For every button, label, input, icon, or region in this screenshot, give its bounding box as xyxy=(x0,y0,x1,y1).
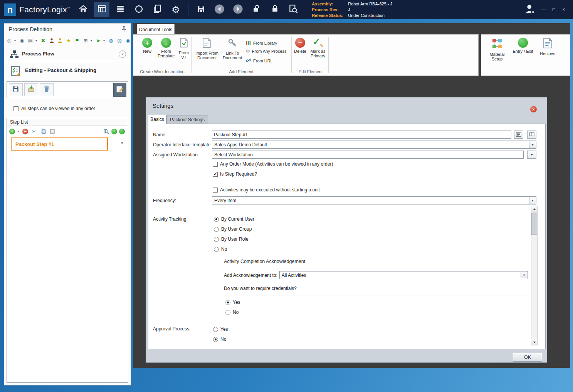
star-icon[interactable]: ★ xyxy=(65,37,72,44)
library-icon xyxy=(246,40,251,46)
from-library-button[interactable]: From Library xyxy=(246,40,277,46)
chevron-down-icon[interactable] xyxy=(529,141,536,148)
recipes-button[interactable]: Recipes xyxy=(538,38,558,56)
disc-icon[interactable]: ◍ xyxy=(108,37,114,44)
record-icon[interactable]: ◉ xyxy=(124,37,131,44)
radio-approval-no[interactable] xyxy=(213,337,218,342)
radio-by-user-role[interactable] xyxy=(214,237,219,242)
workstation-dropdown-button[interactable] xyxy=(527,151,536,159)
any-order-mode-checkbox[interactable] xyxy=(213,162,218,167)
tab-packout-settings[interactable]: Packout Settings xyxy=(166,116,208,124)
lock-button[interactable] xyxy=(267,2,282,17)
trash-icon xyxy=(43,85,50,94)
ring-icon[interactable]: ◎ xyxy=(116,37,123,44)
tab-basics[interactable]: Basics xyxy=(148,115,166,124)
workstation-input[interactable]: Select Workstation xyxy=(212,151,524,159)
document-search-button[interactable] xyxy=(286,2,301,17)
target-icon[interactable]: ◉ xyxy=(18,37,25,44)
user-button[interactable] xyxy=(522,2,538,17)
tree-icon[interactable]: ⊞ xyxy=(82,37,89,44)
from-any-process-button[interactable]: ⚙ From Any Process xyxy=(246,49,287,54)
translation-book-button[interactable] xyxy=(527,131,536,139)
scroll-thumb[interactable] xyxy=(531,213,537,235)
app-logo: n xyxy=(4,3,16,16)
cut-icon[interactable]: ✂ xyxy=(30,128,37,135)
delete-element-button[interactable]: − Delete xyxy=(292,38,308,54)
dialog-scrollbar[interactable] xyxy=(531,206,538,345)
paste-icon[interactable] xyxy=(49,128,56,135)
new-work-instruction-button[interactable]: + New xyxy=(139,38,156,54)
dropdown-icon[interactable]: ▾ xyxy=(35,39,38,42)
save-step-button[interactable] xyxy=(9,83,23,96)
chevron-down-icon[interactable] xyxy=(529,197,536,204)
circle-status-icon[interactable]: ◎ xyxy=(6,37,13,44)
radio-tracking-no[interactable] xyxy=(214,247,219,252)
move-up-icon[interactable]: ↑ xyxy=(111,129,117,134)
play-icon[interactable]: ➤ xyxy=(95,37,102,44)
minimize-button[interactable]: — xyxy=(540,6,548,13)
from-url-button[interactable]: From URL xyxy=(246,58,273,64)
remove-step-icon[interactable]: − xyxy=(22,129,28,134)
import-from-document-button[interactable]: Import From Document xyxy=(195,38,219,60)
user-yellow-icon[interactable] xyxy=(57,37,64,44)
is-step-required-checkbox[interactable] xyxy=(213,172,218,177)
scroll-up-button[interactable] xyxy=(531,206,537,212)
process-definition-button[interactable] xyxy=(94,2,109,17)
dropdown-icon[interactable]: ▾ xyxy=(14,39,17,42)
home-button[interactable] xyxy=(76,2,91,17)
radio-credentials-no[interactable] xyxy=(225,310,230,315)
move-down-icon[interactable]: ↓ xyxy=(119,129,125,134)
chevron-down-icon[interactable] xyxy=(521,272,527,278)
collapse-circle-icon[interactable] xyxy=(119,50,126,58)
forward-button[interactable] xyxy=(230,2,245,17)
step-list-item-selected[interactable]: Packout Step #1 xyxy=(11,137,108,151)
dialog-close-button[interactable]: × xyxy=(530,106,537,112)
close-button[interactable]: × xyxy=(560,6,568,13)
user-red-icon[interactable] xyxy=(48,37,55,44)
scroll-down-button[interactable] xyxy=(531,339,537,345)
import-button[interactable] xyxy=(24,83,38,96)
add-step-icon[interactable]: + xyxy=(9,129,15,134)
documents-button[interactable] xyxy=(150,2,165,17)
tab-document-tools[interactable]: Document Tools xyxy=(137,24,175,35)
no-unit-checkbox[interactable] xyxy=(213,188,218,193)
unlock-button[interactable] xyxy=(249,2,264,17)
settings-button[interactable]: ⚙ xyxy=(168,2,183,17)
delete-step-button[interactable] xyxy=(40,83,54,96)
operator-interface-template-select[interactable]: Sales Apps Demo Default xyxy=(212,141,536,149)
frequency-select[interactable]: Every Item xyxy=(212,196,536,204)
link-to-document-button[interactable]: Link To Document xyxy=(221,38,244,60)
maximize-button[interactable]: □ xyxy=(550,6,558,13)
zoom-in-icon[interactable] xyxy=(103,128,109,135)
radio-approval-yes[interactable] xyxy=(213,327,218,332)
flag-icon[interactable]: ⚑ xyxy=(74,37,81,44)
ok-button[interactable]: OK xyxy=(513,353,542,362)
dropdown-icon[interactable]: ▾ xyxy=(17,130,20,133)
entry-exit-button[interactable]: → Entry / Exit xyxy=(511,38,535,54)
any-order-checkbox[interactable] xyxy=(13,106,18,111)
new-icon: + xyxy=(142,38,152,48)
save-button[interactable] xyxy=(193,2,208,17)
pin-icon[interactable] xyxy=(121,26,127,34)
radio-by-user-group[interactable] xyxy=(214,227,219,232)
copy-icon[interactable] xyxy=(40,128,47,135)
dropdown-icon[interactable]: ▾ xyxy=(103,39,106,42)
dropdown-icon[interactable]: ▾ xyxy=(91,39,93,42)
back-button[interactable] xyxy=(212,2,227,17)
step-chevron-icon[interactable]: ▾ xyxy=(121,141,123,146)
from-template-button[interactable]: ↓ From Template xyxy=(156,38,176,58)
from-v7-button[interactable]: From V7 xyxy=(176,38,191,60)
process-flow-header[interactable]: Process Flow xyxy=(4,47,131,61)
navigation-button[interactable] xyxy=(131,2,146,17)
radio-by-current-user[interactable] xyxy=(214,217,219,222)
mark-as-primary-button[interactable]: ✓ ✎ Mark as Primary xyxy=(308,38,328,58)
name-input[interactable] xyxy=(212,131,511,139)
production-button[interactable] xyxy=(113,2,128,17)
acknowledgement-select[interactable]: All Activities xyxy=(279,271,528,279)
edit-work-instructions-button[interactable] xyxy=(113,83,126,97)
material-setup-button[interactable]: Material Setup xyxy=(486,38,508,61)
radio-credentials-yes[interactable] xyxy=(225,300,230,305)
green-cross-icon[interactable]: ✖ xyxy=(40,37,47,44)
rich-text-editor-button[interactable] xyxy=(514,131,523,139)
printer-icon[interactable]: ▤ xyxy=(27,37,34,44)
